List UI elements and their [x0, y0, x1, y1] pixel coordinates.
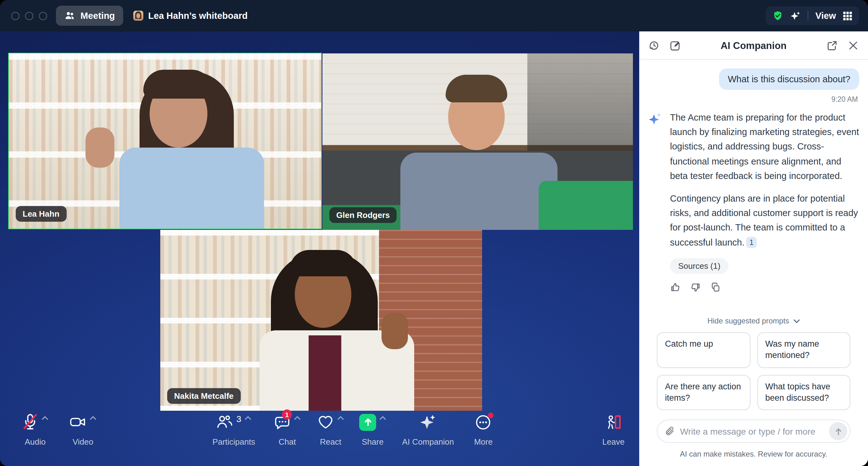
video-tile-lea-hahn[interactable]: Lea Hahn	[9, 54, 321, 229]
more-label: More	[474, 437, 492, 446]
share-screen-icon	[359, 413, 376, 431]
meeting-stage: Lea Hahn Glen Rodgers Na	[0, 31, 639, 466]
chevron-up-icon[interactable]	[337, 415, 344, 420]
react-button[interactable]: React	[317, 412, 344, 446]
chevron-down-icon	[793, 319, 800, 323]
gallery-view-grid-icon[interactable]	[843, 11, 852, 21]
titlebar-right-cluster: View	[766, 6, 859, 25]
audio-button[interactable]: Audio	[22, 412, 49, 446]
participants-button[interactable]: 3 Participants	[212, 412, 255, 446]
pop-out-icon[interactable]	[826, 40, 838, 52]
title-bar: Meeting Lea Hahn’s whiteboard View	[0, 0, 868, 31]
chevron-up-icon[interactable]	[245, 415, 251, 420]
send-button[interactable]	[829, 422, 847, 440]
more-button[interactable]: More	[474, 412, 492, 446]
participant-video-placeholder	[322, 54, 633, 230]
ai-companion-sparkle-icon[interactable]	[790, 10, 801, 21]
react-label: React	[320, 437, 341, 446]
response-feedback-row	[670, 282, 859, 292]
share-label: Share	[362, 437, 383, 446]
leave-meeting-icon	[604, 413, 622, 431]
message-timestamp: 9:20 AM	[649, 96, 858, 103]
leave-button[interactable]: Leave	[602, 412, 625, 446]
ai-response: The Acme team is preparing for the produ…	[648, 110, 859, 292]
more-notification-dot	[488, 412, 494, 418]
participant-video-placeholder	[160, 230, 482, 411]
close-icon[interactable]	[847, 40, 859, 52]
hide-prompts-label: Hide suggested prompts	[707, 317, 789, 325]
chevron-up-icon[interactable]	[294, 415, 301, 420]
send-arrow-icon	[834, 427, 842, 436]
chat-unread-badge: 1	[282, 409, 292, 420]
history-icon[interactable]	[648, 40, 660, 52]
tab-whiteboard[interactable]: Lea Hahn’s whiteboard	[133, 11, 248, 21]
chevron-up-icon[interactable]	[379, 415, 386, 420]
zoom-meeting-window: Meeting Lea Hahn’s whiteboard View	[0, 0, 868, 466]
tab-meeting-label: Meeting	[81, 11, 115, 21]
ai-response-paragraph: Contingency plans are in place for poten…	[670, 192, 859, 250]
ai-disclaimer: AI can make mistakes. Review for accurac…	[648, 450, 859, 459]
tab-whiteboard-label: Lea Hahn’s whiteboard	[148, 11, 248, 21]
ai-companion-sparkle-icon	[419, 413, 437, 431]
ai-response-text: Contingency plans are in place for poten…	[670, 193, 858, 247]
security-shield-icon[interactable]	[772, 10, 783, 21]
participant-name-tag: Glen Rodgers	[329, 207, 397, 223]
audio-label: Audio	[25, 437, 46, 446]
message-input[interactable]	[680, 426, 824, 436]
participant-name-tag: Lea Hahn	[16, 206, 66, 222]
participant-name-tag: Nakita Metcalfe	[167, 388, 240, 404]
prompt-card-name-mentioned[interactable]: Was my name mentioned?	[757, 332, 850, 368]
ai-response-paragraph: The Acme team is preparing for the produ…	[670, 110, 859, 184]
ai-panel-header: AI Companion	[639, 31, 868, 60]
video-tile-glen-rodgers[interactable]: Glen Rodgers	[322, 54, 633, 230]
window-minimize-button[interactable]	[25, 12, 33, 20]
prompt-card-action-items[interactable]: Are there any action items?	[657, 375, 750, 410]
user-message-bubble: What is this discussion about?	[719, 68, 859, 90]
chat-label: Chat	[279, 437, 296, 446]
tab-meeting[interactable]: Meeting	[56, 6, 123, 26]
participants-label: Participants	[212, 437, 255, 446]
chevron-up-icon[interactable]	[90, 415, 96, 420]
leave-label: Leave	[602, 437, 625, 446]
ai-avatar-sparkle-icon	[648, 112, 662, 126]
share-button[interactable]: Share	[359, 412, 386, 446]
prompt-card-catch-me-up[interactable]: Catch me up	[657, 332, 750, 368]
ai-companion-panel: AI Companion What is this discussion abo…	[639, 31, 868, 466]
window-zoom-button[interactable]	[39, 12, 47, 20]
chat-button[interactable]: 1 Chat	[274, 412, 301, 446]
hide-suggested-prompts-toggle[interactable]: Hide suggested prompts	[648, 317, 859, 325]
ai-chat-thread: What is this discussion about? 9:20 AM T…	[639, 60, 868, 466]
view-menu-label[interactable]: View	[815, 11, 836, 21]
video-tile-nakita-metcalfe[interactable]: Nakita Metcalfe	[160, 230, 482, 411]
attachment-paperclip-icon[interactable]	[664, 426, 675, 436]
prompt-card-topics-discussed[interactable]: What topics have been discussed?	[757, 375, 850, 410]
ai-companion-button[interactable]: AI Companion	[402, 412, 454, 446]
microphone-muted-icon	[22, 413, 38, 431]
new-chat-icon[interactable]	[670, 40, 681, 52]
people-icon	[64, 10, 75, 21]
video-label: Video	[72, 437, 93, 446]
participants-icon	[216, 414, 233, 430]
titlebar-divider	[808, 11, 808, 21]
chevron-up-icon[interactable]	[41, 415, 49, 420]
participants-count: 3	[236, 414, 241, 424]
ai-companion-label: AI Companion	[402, 437, 454, 446]
window-controls[interactable]	[11, 12, 47, 20]
copy-icon[interactable]	[710, 282, 721, 292]
suggested-prompts-grid: Catch me up Was my name mentioned? Are t…	[648, 332, 859, 410]
thumbs-down-icon[interactable]	[690, 282, 701, 292]
video-camera-icon	[69, 414, 86, 430]
whiteboard-owner-avatar	[133, 11, 143, 21]
message-composer	[657, 420, 850, 443]
video-button[interactable]: Video	[69, 412, 96, 446]
sources-button[interactable]: Sources (1)	[670, 258, 728, 273]
meeting-toolbar: Audio Video	[0, 406, 639, 466]
thumbs-up-icon[interactable]	[670, 282, 681, 292]
participant-video-placeholder	[9, 54, 321, 229]
window-close-button[interactable]	[11, 12, 20, 20]
heart-icon	[317, 414, 334, 430]
citation-badge[interactable]: 1	[746, 236, 757, 248]
